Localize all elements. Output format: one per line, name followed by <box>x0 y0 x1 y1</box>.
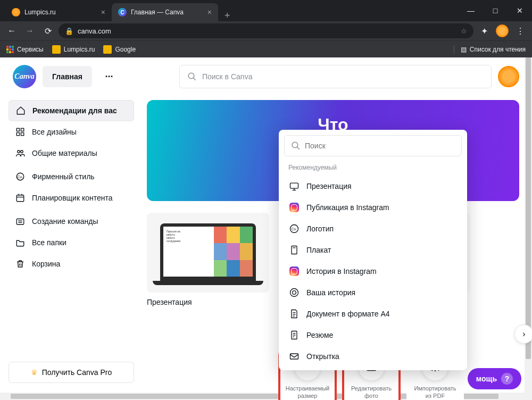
popup-item-resume[interactable]: Резюме <box>279 324 467 346</box>
reading-list-label: Список для чтения <box>470 46 526 53</box>
close-icon[interactable]: × <box>207 8 212 16</box>
popup-item-instagram-story[interactable]: История в Instagram <box>279 261 467 282</box>
window-close[interactable]: ✕ <box>508 2 532 20</box>
bookmark-label: Сервисы <box>17 46 44 53</box>
header-more-button[interactable]: ··· <box>98 66 120 87</box>
svg-line-1 <box>193 78 196 80</box>
action-label: Настраиваемыйразмер <box>286 385 330 400</box>
browser-menu[interactable]: ⋮ <box>513 23 528 38</box>
shared-icon <box>15 148 26 159</box>
nav-back[interactable]: ← <box>4 23 19 38</box>
popup-item-label: Публикация в Instagram <box>306 203 389 212</box>
crown-icon: ♛ <box>31 368 38 377</box>
browser-tab-lumpics[interactable]: Lumpics.ru × <box>5 3 112 21</box>
sidebar-item-all-designs[interactable]: Все дизайны <box>9 121 134 143</box>
sidebar-item-team[interactable]: Создание команды <box>9 211 134 232</box>
trash-icon <box>15 259 26 269</box>
search-icon <box>291 141 301 151</box>
svg-point-7 <box>21 151 23 153</box>
bookmark-label: Google <box>115 46 136 53</box>
svg-point-6 <box>18 151 20 153</box>
svg-point-0 <box>188 73 194 79</box>
action-label: Редактироватьфото <box>351 385 392 400</box>
sidebar-item-recommendations[interactable]: Рекомендации для вас <box>9 100 134 121</box>
get-pro-button[interactable]: ♛ Получить Canva Pro <box>9 362 134 383</box>
sidebar-item-trash[interactable]: Корзина <box>9 253 134 274</box>
popup-item-instagram-post[interactable]: Публикация в Instagram <box>279 197 467 218</box>
canva-logo[interactable]: Canva <box>13 65 36 88</box>
svg-rect-5 <box>21 133 24 136</box>
svg-text:Co.: Co. <box>292 227 297 231</box>
sidebar-item-label: Фирменный стиль <box>32 172 95 181</box>
popup-item-presentation[interactable]: Презентация <box>279 176 467 197</box>
sidebar-item-folders[interactable]: Все папки <box>9 232 134 253</box>
popup-section-title: Рекомендуемый <box>279 156 467 176</box>
search-icon <box>187 72 197 81</box>
sidebar-item-label: Рекомендации для вас <box>32 106 117 115</box>
home-button[interactable]: Главная <box>43 66 92 87</box>
list-icon: ▤ <box>461 46 467 53</box>
window-maximize[interactable]: □ <box>483 2 508 20</box>
apps-grid-icon <box>6 46 14 53</box>
folder-icon <box>15 237 26 248</box>
bookmark-google[interactable]: Google <box>103 45 136 54</box>
window-minimize[interactable]: — <box>459 2 483 20</box>
reading-list[interactable]: ▤ Список для чтения <box>454 46 526 53</box>
svg-rect-21 <box>290 183 298 188</box>
popup-search[interactable] <box>284 135 462 156</box>
help-button[interactable]: мощь ? <box>468 368 521 389</box>
sidebar-item-brand[interactable]: Co. Фирменный стиль <box>9 166 134 187</box>
folder-icon <box>103 45 112 54</box>
user-avatar[interactable] <box>498 66 519 87</box>
favicon-orange-icon <box>12 8 20 16</box>
lock-icon: 🔒 <box>65 27 73 35</box>
header-search[interactable]: Поиск в Canva <box>179 65 492 88</box>
bookmark-apps[interactable]: Сервисы <box>6 46 44 53</box>
extensions-icon[interactable]: ✦ <box>477 23 492 38</box>
popup-item-your-story[interactable]: Ваша история <box>279 282 467 303</box>
browser-tab-canva[interactable]: C Главная — Canva × <box>112 3 218 21</box>
profile-avatar[interactable] <box>495 23 510 38</box>
new-tab-button[interactable]: + <box>218 10 237 21</box>
svg-text:Co.: Co. <box>17 174 23 179</box>
sidebar: Рекомендации для вас Все дизайны Общие м… <box>0 96 143 400</box>
close-icon[interactable]: × <box>101 8 105 16</box>
sidebar-item-label: Корзина <box>32 260 60 268</box>
template-card-presentation[interactable]: Пришли наработунебогосотрудника Презента… <box>147 213 269 306</box>
sidebar-item-label: Общие материалы <box>32 149 97 157</box>
bookmark-star-icon[interactable]: ☆ <box>461 27 467 35</box>
popup-item-poster[interactable]: Плакат <box>279 239 467 261</box>
svg-rect-14 <box>16 219 24 225</box>
carousel-next-button[interactable]: › <box>514 324 532 344</box>
bookmark-lumpics[interactable]: Lumpics.ru <box>52 45 95 54</box>
svg-rect-3 <box>21 128 24 131</box>
sidebar-item-label: Все папки <box>32 238 66 247</box>
bookmark-label: Lumpics.ru <box>64 46 95 53</box>
popup-item-a4-doc[interactable]: Документ в формате А4 <box>279 303 467 324</box>
popup-item-label: Презентация <box>306 182 352 190</box>
popup-item-label: Документ в формате А4 <box>306 310 390 318</box>
nav-reload[interactable]: ⟳ <box>40 23 55 38</box>
home-button-label: Главная <box>52 72 82 81</box>
svg-line-20 <box>297 147 300 149</box>
popup-item-logo[interactable]: Co. Логотип <box>279 218 467 239</box>
address-bar[interactable]: 🔒 canva.com ☆ <box>59 23 473 38</box>
sidebar-item-shared[interactable]: Общие материалы <box>9 143 134 164</box>
postcard-icon <box>288 351 300 362</box>
svg-point-29 <box>293 291 296 295</box>
popup-search-input[interactable] <box>305 141 455 150</box>
svg-rect-10 <box>16 195 24 202</box>
popup-item-postcard[interactable]: Открытка <box>279 346 467 367</box>
instagram-icon <box>288 265 300 277</box>
instagram-icon <box>288 202 300 213</box>
popup-item-label: Открытка <box>306 352 339 361</box>
search-popup: Рекомендуемый Презентация Публикация в I… <box>279 130 467 370</box>
logo-icon: Co. <box>288 223 300 235</box>
sidebar-item-label: Создание команды <box>32 217 98 226</box>
popup-item-label: Плакат <box>306 246 331 254</box>
calendar-icon <box>15 193 26 203</box>
sidebar-item-planner[interactable]: Планировщик контента <box>9 187 134 209</box>
popup-item-label: Ваша история <box>306 288 355 297</box>
template-label: Презентация <box>147 298 269 306</box>
poster-icon <box>288 244 300 256</box>
